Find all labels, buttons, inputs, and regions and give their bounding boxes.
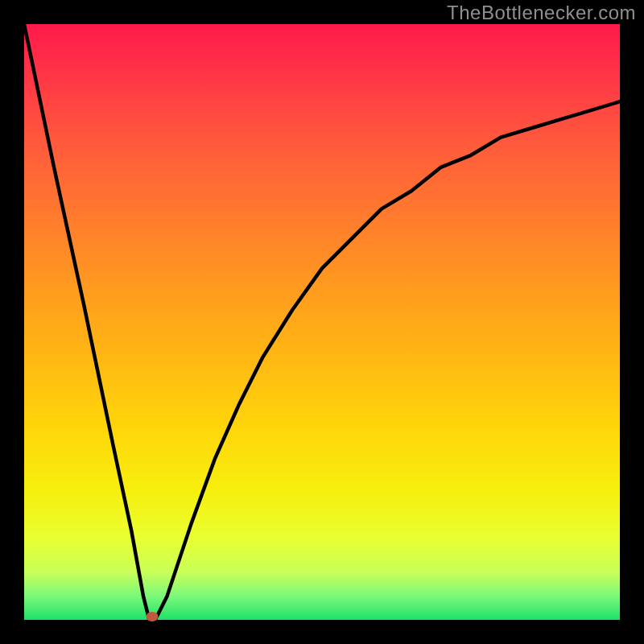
plot-area	[24, 24, 620, 620]
bottleneck-curve	[24, 24, 620, 620]
watermark-text: TheBottlenecker.com	[447, 2, 636, 24]
chart-frame: TheBottlenecker.com	[0, 0, 644, 644]
optimum-marker	[147, 612, 159, 621]
